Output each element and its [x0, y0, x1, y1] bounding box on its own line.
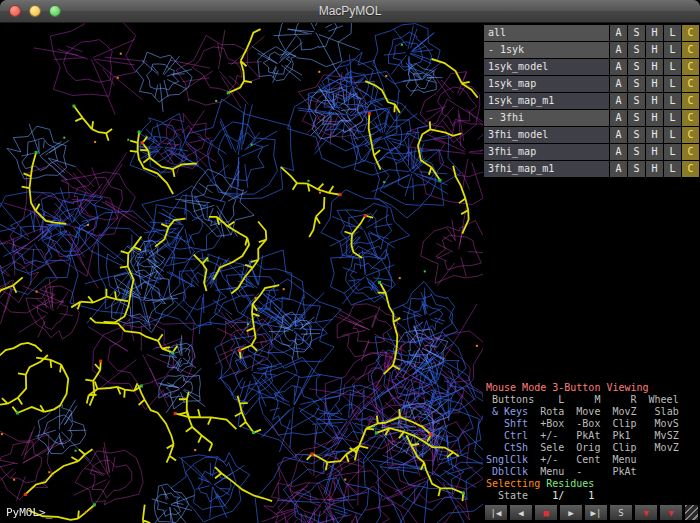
action-button-A[interactable]: A [610, 42, 627, 58]
mouse-matrix-row-ctrl: Ctrl +/- PkAt Pk1 MvSZ [486, 430, 697, 442]
object-name[interactable]: 1syk_map [484, 76, 609, 92]
object-row-3fhi-group: - 3fhi A S H L C [484, 110, 699, 126]
mouse-matrix-row-ctsh: CtSh Sele Orig Clip MovZ [486, 442, 697, 454]
action-button-A[interactable]: A [610, 93, 627, 109]
state-label: State [486, 490, 528, 501]
mouse-line-rest: Menu - PkAt [528, 466, 636, 477]
mouse-line-prefix: DblClk [486, 466, 528, 477]
titlebar[interactable]: MacPyMOL [0, 0, 700, 23]
menu-dropdown-left[interactable]: ▼ [634, 504, 658, 521]
object-name[interactable]: 3fhi_map [484, 144, 609, 160]
hide-button-H[interactable]: H [646, 161, 663, 177]
show-button-S[interactable]: S [628, 93, 645, 109]
hide-button-H[interactable]: H [646, 110, 663, 126]
show-button-S[interactable]: S [628, 110, 645, 126]
mouse-line-prefix: Ctrl [486, 430, 528, 441]
object-name[interactable]: all [484, 25, 609, 41]
mouse-matrix-row-keys: & Keys Rota Move MovZ Slab [486, 406, 697, 418]
show-button-S[interactable]: S [628, 127, 645, 143]
label-button-L[interactable]: L [664, 25, 681, 41]
label-button-L[interactable]: L [664, 110, 681, 126]
color-button-C[interactable]: C [682, 161, 699, 177]
mouse-matrix-header: Buttons L M R Wheel [486, 394, 697, 406]
command-prompt[interactable]: PyMOL>_ [6, 506, 52, 519]
label-button-L[interactable]: L [664, 76, 681, 92]
minimize-button[interactable] [29, 5, 41, 17]
hide-button-H[interactable]: H [646, 93, 663, 109]
object-row-1syk-map-m1: 1syk_map_m1 A S H L C [484, 93, 699, 109]
state-indicator: State 1/ 1 [486, 490, 697, 502]
color-button-C[interactable]: C [682, 76, 699, 92]
playback-controls: |◀ ◀ ■ ▶ ▶| S ▼ ▼ [484, 504, 699, 521]
object-row-3fhi-model: 3fhi_model A S H L C [484, 127, 699, 143]
mouse-line-prefix: Buttons [486, 394, 534, 405]
action-button-A[interactable]: A [610, 161, 627, 177]
show-button-S[interactable]: S [628, 144, 645, 160]
resize-grip[interactable] [684, 504, 699, 521]
play-button[interactable]: ▶ [559, 504, 583, 521]
scene-button[interactable]: S [609, 504, 633, 521]
menu-dropdown-right[interactable]: ▼ [659, 504, 683, 521]
hide-button-H[interactable]: H [646, 59, 663, 75]
zoom-button[interactable] [49, 5, 61, 17]
go-to-start-button[interactable]: |◀ [484, 504, 508, 521]
mouse-line-prefix: Mouse Mode [486, 382, 552, 393]
action-button-A[interactable]: A [610, 25, 627, 41]
object-name[interactable]: 1syk_model [484, 59, 609, 75]
go-to-end-button[interactable]: ▶| [584, 504, 608, 521]
label-button-L[interactable]: L [664, 42, 681, 58]
selecting-value: Residues [546, 478, 594, 489]
object-name[interactable]: - 1syk [484, 42, 609, 58]
mouse-line-rest: +/- Cent Menu [528, 454, 636, 465]
viewport-3d-render[interactable] [0, 23, 483, 523]
molecular-viewport[interactable]: PyMOL>_ [0, 23, 483, 523]
color-button-C[interactable]: C [682, 144, 699, 160]
color-button-C[interactable]: C [682, 25, 699, 41]
color-button-C[interactable]: C [682, 59, 699, 75]
object-name[interactable]: 3fhi_model [484, 127, 609, 143]
color-button-C[interactable]: C [682, 127, 699, 143]
selecting-label: Selecting [486, 478, 546, 489]
mouse-line-prefix: SnglClk [486, 454, 528, 465]
color-button-C[interactable]: C [682, 110, 699, 126]
show-button-S[interactable]: S [628, 25, 645, 41]
label-button-L[interactable]: L [664, 93, 681, 109]
show-button-S[interactable]: S [628, 76, 645, 92]
label-button-L[interactable]: L [664, 59, 681, 75]
object-name[interactable]: 1syk_map_m1 [484, 93, 609, 109]
object-name[interactable]: 3fhi_map_m1 [484, 161, 609, 177]
action-button-A[interactable]: A [610, 144, 627, 160]
state-value: 1/ 1 [528, 490, 594, 501]
color-button-C[interactable]: C [682, 93, 699, 109]
action-button-A[interactable]: A [610, 76, 627, 92]
label-button-L[interactable]: L [664, 161, 681, 177]
label-button-L[interactable]: L [664, 144, 681, 160]
label-button-L[interactable]: L [664, 127, 681, 143]
show-button-S[interactable]: S [628, 42, 645, 58]
close-button[interactable] [9, 5, 21, 17]
stop-button[interactable]: ■ [534, 504, 558, 521]
object-name[interactable]: - 3fhi [484, 110, 609, 126]
hide-button-H[interactable]: H [646, 42, 663, 58]
action-button-A[interactable]: A [610, 59, 627, 75]
panel-empty-space [483, 178, 700, 380]
hide-button-H[interactable]: H [646, 144, 663, 160]
color-button-C[interactable]: C [682, 42, 699, 58]
mouse-line-rest: Rota Move MovZ Slab [528, 406, 679, 417]
step-back-button[interactable]: ◀ [509, 504, 533, 521]
mouse-line-prefix: Shft [486, 418, 528, 429]
action-button-A[interactable]: A [610, 127, 627, 143]
show-button-S[interactable]: S [628, 59, 645, 75]
mouse-line-prefix: & Keys [486, 406, 528, 417]
object-row-all: all A S H L C [484, 25, 699, 41]
hide-button-H[interactable]: H [646, 127, 663, 143]
object-row-3fhi-map: 3fhi_map A S H L C [484, 144, 699, 160]
hide-button-H[interactable]: H [646, 25, 663, 41]
selecting-mode-toggle[interactable]: Selecting Residues [486, 478, 697, 490]
mouse-mode-toggle[interactable]: Mouse Mode 3-Button Viewing [486, 382, 697, 394]
hide-button-H[interactable]: H [646, 76, 663, 92]
mouse-line-rest: +/- PkAt Pk1 MvSZ [528, 430, 679, 441]
action-button-A[interactable]: A [610, 110, 627, 126]
mouse-line-rest: +Box -Box Clip MovS [528, 418, 679, 429]
show-button-S[interactable]: S [628, 161, 645, 177]
